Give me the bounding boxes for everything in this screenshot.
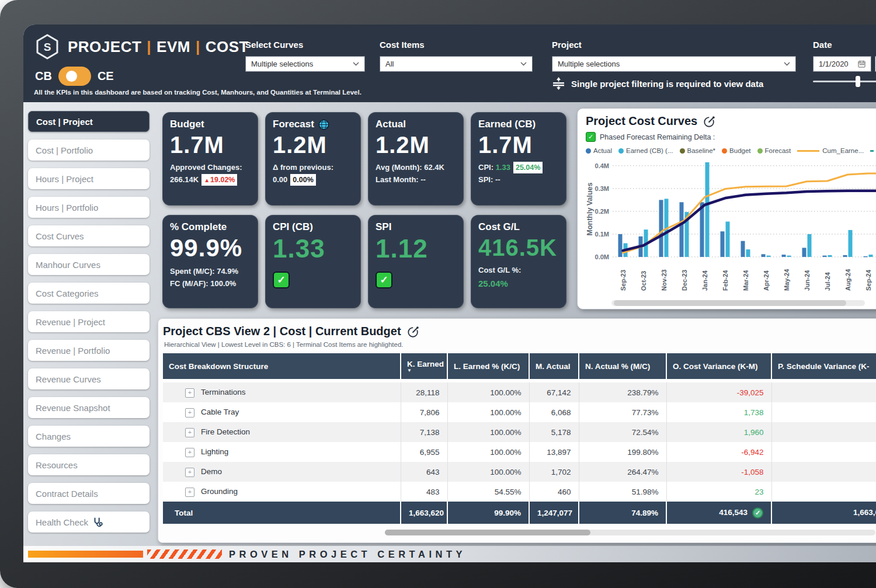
brand-logo-icon: S [34,33,61,60]
toggle-knob[interactable] [66,71,77,82]
row-name-cell: +Grounding [163,482,401,502]
toggle-right-label: CE [98,69,114,83]
sidebar-item-label: Revenue Curves [36,374,101,384]
kpi-title: Earned (CB) [478,119,559,130]
column-header-5[interactable]: O. Cost Variance (K-M) [666,353,771,381]
select-curves-dropdown[interactable]: Multiple selections [245,56,365,72]
row-name-cell: +Fire Detection [163,422,401,442]
column-header-6[interactable]: P. Schedule Variance (K- [771,353,876,381]
cell-earned_pct: 100.00% [447,381,529,402]
expand-plus-icon[interactable]: + [185,388,194,398]
expand-plus-icon[interactable]: + [185,408,194,417]
svg-text:0.4M: 0.4M [595,162,609,169]
chevron-down-icon [353,62,359,66]
cost-items-dropdown[interactable]: All [380,56,533,72]
table-scrollbar[interactable] [385,530,875,535]
column-header-3[interactable]: M. Actual [529,353,579,381]
checkbox-checked-icon: ✓ [273,272,290,288]
legend-label: Baseline* [687,147,716,154]
column-header-4[interactable]: N. Actual % (M/C) [579,353,666,381]
app-title: PROJECT|EVM|COST [68,38,249,56]
chart-scrollbar-thumb[interactable] [614,300,846,306]
table-row[interactable]: +Demo643100.00%1,702264.47%-1,058643 [163,462,876,482]
kpi-title: SPI [376,221,456,233]
sidebar-item-revenue-curves[interactable]: Revenue Curves [28,368,150,389]
checkbox-checked-icon[interactable]: ✓ [586,132,596,142]
svg-text:Apr-24: Apr-24 [763,270,770,291]
kpi-delta-badge: 0.00% [290,174,315,186]
cell-actual: 67,142 [529,381,579,402]
table-row[interactable]: +Fire Detection7,138100.00%5,17872.54%1,… [163,422,876,442]
svg-text:0.0M: 0.0M [595,253,609,260]
sidebar-item-cost-curves[interactable]: Cost Curves [28,225,150,246]
cell-sched_var: 7,138 [771,422,876,442]
footer-orange-bar [28,551,143,558]
expand-plus-icon[interactable]: + [185,468,194,477]
cell-actual: 460 [529,482,579,502]
sidebar-item-contract-details[interactable]: Contract Details [28,483,150,504]
brand: S PROJECT|EVM|COST [34,33,249,60]
date-input[interactable]: 1/1/2020 [813,56,871,72]
cost-curves-chart: 0.0M0.1M0.2M0.3M0.4MMonthly ValuesSep-23… [586,154,876,294]
sidebar-item-revenue-portfolio[interactable]: Revenue | Portfolio [28,340,150,361]
sidebar-item-hours-portfolio[interactable]: Hours | Portfolio [28,197,150,218]
cell-actual_pct: 199.80% [579,442,666,462]
expand-plus-icon[interactable]: + [185,428,194,437]
sidebar-item-health-check[interactable]: Health Check [28,512,150,533]
sidebar-item-revenue-snapshot[interactable]: Revenue Snapshot [28,397,150,418]
total-actual: 1,247,077 [529,502,579,524]
total-earned_pct: 99.90% [447,502,529,524]
table-row[interactable]: +Grounding48354.55%46051.98%23483 [163,482,876,502]
drill-compass-icon[interactable] [703,115,716,128]
expand-plus-icon[interactable]: + [185,448,194,457]
legend-dashed-line-icon [870,150,876,152]
sidebar-item-hours-project[interactable]: Hours | Project [28,168,150,189]
column-header-0[interactable]: Cost Breakdown Structure [163,353,401,381]
kpi-complete-card: % Complete 99.9% Spent (M/C): 74.9% FC (… [162,215,258,308]
cell-earned: 28,118 [401,381,447,402]
sidebar-item-cost-project[interactable]: Cost | Project [28,111,150,132]
sidebar-item-manhour-curves[interactable]: Manhour Curves [28,254,150,275]
svg-text:Monthly Values: Monthly Values [586,182,594,235]
sidebar-item-cost-categories[interactable]: Cost Categories [28,283,150,304]
project-value: Multiple selections [558,60,620,68]
sidebar-item-label: Health Check [36,517,88,527]
drill-compass-icon[interactable] [407,325,420,338]
column-header-2[interactable]: L. Earned % (K/C) [447,353,529,381]
kpi-sub-line: Spent (M/C): 74.9% [170,266,251,278]
cell-cost_var: 1,960 [666,422,771,442]
table-row[interactable]: +Cable Tray7,806100.00%6,06877.73%1,7387… [163,402,876,422]
warning-text: Single project filtering is required to … [571,79,763,89]
table-row[interactable]: +Lighting6,955100.00%13,897199.80%-6,942… [163,442,876,462]
svg-text:0.3M: 0.3M [595,185,609,192]
chart-scrollbar[interactable] [611,300,865,306]
table-scrollbar-thumb[interactable] [385,530,590,535]
date-range-slider[interactable] [813,81,876,82]
project-dropdown[interactable]: Multiple selections [552,56,796,72]
kpi-sub-value: 266.14K [170,175,199,184]
chart-legend: ActualEarned (CB) (...Baseline*BudgetFor… [586,147,876,154]
sidebar-item-changes[interactable]: Changes [28,426,150,447]
cell-actual_pct: 51.98% [579,482,666,502]
table-row[interactable]: +Terminations28,118100.00%67,142238.79%-… [163,381,876,402]
sidebar-item-label: Revenue | Portfolio [36,346,110,356]
total-row: Total1,663,62099.90%1,247,07774.89%416,5… [163,502,876,524]
sidebar-item-revenue-project[interactable]: Revenue | Project [28,311,150,332]
cell-actual: 1,702 [529,462,579,482]
table-subtitle: Hierarchical View | Lowest Level in CBS:… [163,341,876,348]
total-actual_pct: 74.89% [579,502,666,524]
dashboard-window: S PROJECT|EVM|COST CB CE All the KPIs in… [23,25,876,562]
sidebar-item-cost-portfolio[interactable]: Cost | Portfolio [28,140,150,161]
kpi-title: CPI (CB) [273,221,353,233]
kpi-title: Cost G/L [478,221,559,233]
expand-plus-icon[interactable]: + [185,488,194,497]
chevron-down-icon [520,62,527,66]
kpi-sub-line: FC (M/AF): 100.0% [170,278,251,290]
sidebar-item-label: Changes [36,432,71,441]
column-header-1[interactable]: K. Earned▼ [401,353,447,381]
slider-handle[interactable] [856,76,860,87]
sidebar-item-resources[interactable]: Resources [28,454,150,475]
legend-item: Forecast [757,147,791,154]
cb-ce-toggle[interactable] [58,67,91,86]
total-cost_var: 416,543✓ [666,502,771,524]
